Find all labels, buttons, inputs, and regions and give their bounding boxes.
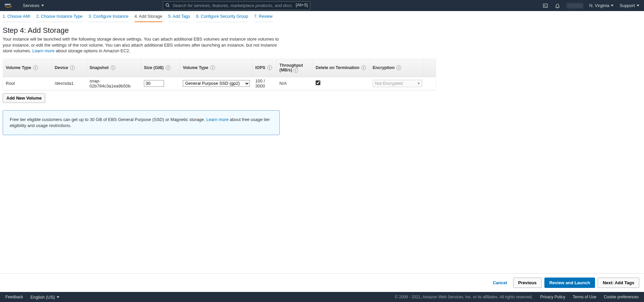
- cell-encryption: Not Encrypted ▾: [370, 78, 423, 88]
- caret-down-icon: [637, 5, 639, 6]
- info-icon[interactable]: i: [166, 65, 170, 70]
- volume-type-select[interactable]: General Purpose SSD (gp2): [183, 80, 250, 87]
- step-choose-ami[interactable]: 1. Choose AMI: [3, 14, 30, 22]
- search-icon: [165, 3, 170, 9]
- region-selector[interactable]: N. Virginia: [589, 3, 614, 8]
- global-nav: aws Services [Alt+S] N. Virginia Support: [0, 0, 644, 11]
- terms-of-use-link[interactable]: Terms of Use: [573, 295, 596, 299]
- info-icon[interactable]: i: [361, 65, 366, 70]
- page-title: Step 4: Add Storage: [3, 26, 282, 35]
- info-icon[interactable]: i: [70, 65, 75, 70]
- storage-table: Volume Typei Devicei Snapshoti Size (GiB…: [3, 59, 436, 90]
- th-snapshot: Snapshoti: [87, 59, 141, 77]
- lead-text-b: about storage options in Amazon EC2.: [55, 48, 130, 53]
- cell-throughput: N/A: [277, 79, 313, 87]
- cookie-preferences-link[interactable]: Cookie preferences: [604, 295, 639, 299]
- cell-volume-type-2: General Purpose SSD (gp2): [180, 79, 253, 88]
- cell-device: /dev/sda1: [52, 79, 87, 87]
- th-volume-type-2: Volume Typei: [180, 59, 253, 77]
- svg-line-2: [168, 6, 169, 7]
- th-spare: [423, 59, 436, 77]
- language-label: English (US): [31, 295, 55, 300]
- th-size: Size (GiB)i: [141, 59, 180, 77]
- console-footer: Feedback English (US) © 2008 - 2021, Ama…: [0, 292, 644, 302]
- main-content: Step 4: Add Storage Your instance will b…: [0, 22, 285, 54]
- search-wrapper: [Alt+S]: [163, 1, 310, 10]
- infobox-learn-more-link[interactable]: Learn more: [206, 117, 228, 122]
- encryption-value: Not Encrypted: [375, 81, 402, 86]
- th-volume-type: Volume Typei: [3, 59, 52, 77]
- info-icon[interactable]: i: [210, 65, 215, 70]
- info-icon[interactable]: i: [111, 65, 115, 70]
- th-device: Devicei: [52, 59, 87, 77]
- account-name-redacted[interactable]: [567, 3, 583, 8]
- cell-iops: 100 / 3000: [253, 77, 277, 90]
- step-configure-instance[interactable]: 3. Configure Instance: [89, 14, 128, 22]
- search-shortcut-label: [Alt+S]: [296, 3, 308, 7]
- wizard-steps: 1. Choose AMI 2. Choose Instance Type 3.…: [0, 11, 644, 22]
- encryption-select[interactable]: Not Encrypted ▾: [373, 80, 422, 87]
- nav-right: N. Virginia Support: [542, 3, 639, 9]
- th-encryption: Encryptioni: [370, 59, 423, 77]
- cloudshell-icon[interactable]: [542, 3, 548, 9]
- th-iops: IOPSi: [253, 59, 277, 77]
- language-selector[interactable]: English (US): [31, 295, 59, 300]
- notifications-icon[interactable]: [554, 3, 560, 9]
- region-label: N. Virginia: [589, 3, 609, 8]
- info-icon[interactable]: i: [396, 65, 401, 70]
- support-menu[interactable]: Support: [620, 3, 639, 8]
- services-menu[interactable]: Services: [23, 3, 44, 8]
- next-button[interactable]: Next: Add Tags: [598, 278, 639, 288]
- cell-snapshot: snap-02b784c3a1ea9b50b: [87, 77, 141, 90]
- page-description: Your instance will be launched with the …: [3, 36, 282, 54]
- info-icon[interactable]: i: [33, 65, 38, 70]
- delete-on-termination-checkbox[interactable]: [316, 80, 320, 85]
- step-review[interactable]: 7. Review: [254, 14, 273, 22]
- step-add-tags[interactable]: 5. Add Tags: [168, 14, 190, 22]
- step-security-group[interactable]: 6. Configure Security Group: [196, 14, 248, 22]
- global-search-input[interactable]: [163, 1, 310, 10]
- free-tier-info-box: Free tier eligible customers can get up …: [3, 110, 280, 135]
- caret-down-icon: [41, 5, 44, 6]
- table-row: Root /dev/sda1 snap-02b784c3a1ea9b50b Ge…: [3, 77, 436, 90]
- th-throughput: Throughput(MB/s) i: [277, 59, 313, 77]
- services-label: Services: [23, 3, 40, 8]
- copyright-text: © 2008 - 2021, Amazon Web Services, Inc.…: [395, 295, 533, 299]
- add-new-volume-button[interactable]: Add New Volume: [3, 93, 45, 103]
- svg-rect-3: [543, 4, 547, 7]
- size-input[interactable]: [144, 80, 164, 87]
- cancel-button[interactable]: Cancel: [489, 278, 511, 288]
- review-and-launch-button[interactable]: Review and Launch: [544, 278, 595, 288]
- infobox-text-a: Free tier eligible customers can get up …: [10, 117, 206, 122]
- feedback-link[interactable]: Feedback: [5, 295, 23, 299]
- cell-delete-on-termination: [313, 79, 370, 87]
- aws-logo[interactable]: aws: [5, 2, 17, 9]
- step-choose-instance-type[interactable]: 2. Choose Instance Type: [36, 14, 83, 22]
- info-icon[interactable]: i: [293, 68, 298, 73]
- caret-down-icon: ▾: [418, 81, 420, 86]
- support-label: Support: [620, 3, 635, 8]
- svg-point-1: [166, 3, 169, 6]
- table-header: Volume Typei Devicei Snapshoti Size (GiB…: [3, 59, 436, 77]
- th-delete-on-termination: Delete on Terminationi: [313, 59, 370, 77]
- privacy-policy-link[interactable]: Privacy Policy: [540, 295, 566, 299]
- wizard-actions: Cancel Previous Review and Launch Next: …: [0, 273, 644, 292]
- info-icon[interactable]: i: [267, 65, 272, 70]
- cell-size: [141, 79, 180, 88]
- caret-down-icon: [57, 296, 59, 298]
- learn-more-link[interactable]: Learn more: [32, 48, 54, 53]
- previous-button[interactable]: Previous: [513, 278, 542, 288]
- step-add-storage[interactable]: 4. Add Storage: [135, 14, 162, 22]
- caret-down-icon: [611, 5, 613, 6]
- svg-text:aws: aws: [5, 2, 11, 6]
- cell-volume-type: Root: [3, 79, 52, 87]
